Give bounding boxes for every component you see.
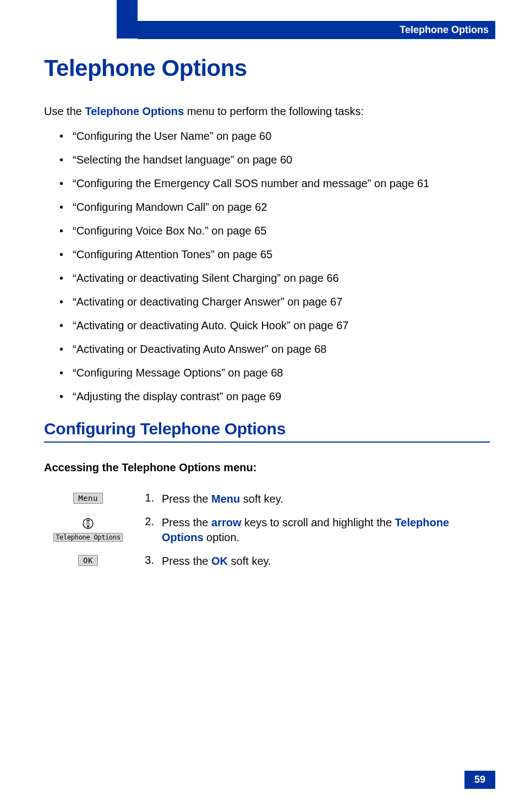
step-number: 2. xyxy=(140,515,154,528)
list-item: “Configuring Message Options” on page 68 xyxy=(44,366,490,380)
step-keyword: OK xyxy=(211,555,228,567)
step-icon-col: Menu xyxy=(44,492,132,504)
arrow-keys-icon xyxy=(83,516,94,531)
list-item: “Activating or deactivating Auto. Quick … xyxy=(44,318,490,333)
step-icon-col: OK xyxy=(44,554,132,566)
step-keyword: Menu xyxy=(211,493,240,505)
list-item: “Configuring the User Name” on page 60 xyxy=(44,129,490,144)
list-item: “Configuring Mandown Call” on page 62 xyxy=(44,200,490,215)
ok-softkey-icon: OK xyxy=(78,555,98,566)
intro-suffix: menu to perform the following tasks: xyxy=(184,105,364,117)
list-item: “Configuring Attention Tones” on page 65 xyxy=(44,247,490,262)
header-left-block xyxy=(117,0,138,39)
page-content: Telephone Options Use the Telephone Opti… xyxy=(44,55,490,768)
bullet-list: “Configuring the User Name” on page 60 “… xyxy=(44,129,490,404)
sub-heading: Accessing the Telephone Options menu: xyxy=(44,461,490,474)
telephone-options-icon-label: Telephone Options xyxy=(53,533,123,542)
step-row: Telephone Options 2. Press the arrow key… xyxy=(44,515,490,545)
intro-paragraph: Use the Telephone Options menu to perfor… xyxy=(44,103,490,119)
step-text: Press the OK soft key. xyxy=(162,554,490,569)
list-item: “Activating or deactivating Silent Charg… xyxy=(44,271,490,286)
intro-emphasis: Telephone Options xyxy=(85,105,184,117)
list-item: “Adjusting the display contrast” on page… xyxy=(44,389,490,404)
svg-rect-3 xyxy=(87,522,89,525)
header-bar: Telephone Options xyxy=(138,21,495,39)
step-number: 1. xyxy=(140,492,154,504)
step-number: 3. xyxy=(140,554,154,566)
page-title: Telephone Options xyxy=(44,55,490,81)
step-row: Menu 1. Press the Menu soft key. xyxy=(44,492,490,506)
step-text: Press the Menu soft key. xyxy=(162,492,490,506)
svg-marker-1 xyxy=(86,519,90,521)
list-item: “Activating or Deactivating Auto Answer”… xyxy=(44,342,490,357)
list-item: “Configuring Voice Box No.” on page 65 xyxy=(44,224,490,238)
page-number: 59 xyxy=(464,771,495,789)
list-item: “Activating or deactivating Charger Answ… xyxy=(44,295,490,309)
step-text: Press the arrow keys to scroll and highl… xyxy=(162,515,490,545)
steps-container: Menu 1. Press the Menu soft key. Telepho… xyxy=(44,492,490,569)
list-item: “Selecting the handset language” on page… xyxy=(44,152,490,167)
step-icon-col: Telephone Options xyxy=(44,515,132,542)
menu-softkey-icon: Menu xyxy=(73,493,103,504)
header-title: Telephone Options xyxy=(400,24,489,36)
step-keyword: arrow xyxy=(211,516,241,528)
section-heading: Configuring Telephone Options xyxy=(44,419,490,443)
step-row: OK 3. Press the OK soft key. xyxy=(44,554,490,569)
list-item: “Configuring the Emergency Call SOS numb… xyxy=(44,176,490,191)
intro-prefix: Use the xyxy=(44,105,85,117)
svg-marker-2 xyxy=(86,526,90,528)
